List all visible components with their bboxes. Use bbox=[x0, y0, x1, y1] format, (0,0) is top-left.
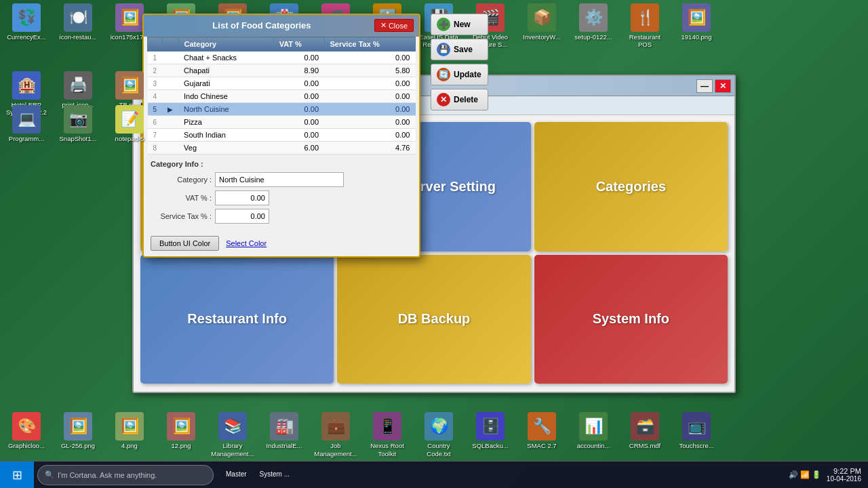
row-vat: 0.00 bbox=[273, 116, 324, 129]
update-label: Update bbox=[454, 70, 481, 79]
bottom-icon-touchscreen[interactable]: 📺 Touchscre... bbox=[673, 412, 719, 458]
row-vat: 0.00 bbox=[273, 52, 324, 64]
panel-new-button[interactable]: ➕ New bbox=[431, 14, 488, 35]
service-tax-form-row: Service Tax % : bbox=[151, 209, 412, 224]
dialog-button-row: Button UI Color Select Color bbox=[144, 232, 419, 256]
row-category: Indo Chinese bbox=[178, 90, 273, 103]
row-arrow bbox=[162, 116, 178, 129]
row-arrow bbox=[162, 77, 178, 90]
table-row[interactable]: 6 Pizza 0.00 0.00 bbox=[148, 116, 416, 129]
search-placeholder: I'm Cortana. Ask me anything. bbox=[58, 471, 157, 479]
table-row[interactable]: 2 Chapati 8.90 5.80 bbox=[148, 64, 416, 77]
row-service-tax: 0.00 bbox=[324, 116, 415, 129]
category-label: Category : bbox=[151, 176, 212, 184]
row-category: Veg bbox=[178, 142, 273, 155]
row-category: Chapati bbox=[178, 64, 273, 77]
panel-save-button[interactable]: 💾 Save bbox=[431, 39, 488, 60]
taskbar-search[interactable]: 🔍 I'm Cortana. Ask me anything. bbox=[37, 465, 214, 485]
new-icon: ➕ bbox=[437, 18, 450, 31]
table-row[interactable]: 5 ▶ North Cuisine 0.00 0.00 bbox=[148, 103, 416, 116]
top-icon-19140[interactable]: 🖼️ 19140.png bbox=[673, 3, 719, 49]
save-label: Save bbox=[454, 45, 473, 54]
bottom-icon-accounting[interactable]: 📊 accountin... bbox=[570, 412, 616, 458]
taskbar-items: MasterSystem ... bbox=[217, 464, 782, 487]
minimize-button[interactable]: — bbox=[696, 79, 713, 93]
button-ui-color-btn[interactable]: Button UI Color bbox=[151, 236, 219, 251]
row-category: Gujarati bbox=[178, 77, 273, 90]
icon-notepad[interactable]: 📝 notepad-5 bbox=[106, 105, 153, 142]
tile-categories[interactable]: Categories bbox=[534, 122, 728, 251]
table-row[interactable]: 7 South Indian 0.00 0.00 bbox=[148, 129, 416, 142]
tile-restaurant_info[interactable]: Restaurant Info bbox=[140, 255, 334, 384]
row-category: South Indian bbox=[178, 129, 273, 142]
bottom-icon-nexus[interactable]: 📱 Nexus Root Toolkit bbox=[364, 412, 410, 458]
col-num bbox=[148, 37, 163, 52]
category-input[interactable] bbox=[215, 172, 344, 187]
row-category: Chaat + Snacks bbox=[178, 52, 273, 64]
close-window-button[interactable]: ✕ bbox=[715, 79, 731, 93]
taskbar-item-master[interactable]: Master bbox=[220, 464, 252, 487]
service-tax-input[interactable] bbox=[215, 209, 269, 224]
bottom-icon-smac[interactable]: 🔧 SMAC 2.7 bbox=[519, 412, 565, 458]
row-service-tax: 0.00 bbox=[324, 103, 415, 116]
food-categories-table-container[interactable]: Category VAT % Service Tax % 1 Chaat + S… bbox=[147, 37, 416, 155]
tile-db_backup[interactable]: DB Backup bbox=[337, 255, 530, 384]
tile-system_info[interactable]: System Info bbox=[534, 255, 728, 384]
row-num: 8 bbox=[148, 142, 163, 155]
bottom-icon-library[interactable]: 📚 Library Management... bbox=[210, 412, 256, 458]
top-icon-restaurantpos[interactable]: 🍴 Restaurant POS bbox=[622, 3, 668, 49]
bottom-icon-job[interactable]: 💼 Job Management... bbox=[313, 412, 359, 458]
row-service-tax: 5.80 bbox=[324, 64, 415, 77]
top-icon-inventory[interactable]: 📦 InventoryW... bbox=[519, 3, 565, 49]
table-row[interactable]: 8 Veg 6.00 4.76 bbox=[148, 142, 416, 155]
panel-update-button[interactable]: 🔄 Update bbox=[431, 64, 488, 85]
table-row[interactable]: 1 Chaat + Snacks 0.00 0.00 bbox=[148, 52, 416, 64]
tray-icons: 🔊 📶 🔋 bbox=[789, 470, 821, 479]
select-color-btn[interactable]: Select Color bbox=[226, 239, 267, 247]
dialog-close-button[interactable]: ✕ Close bbox=[374, 19, 414, 32]
vat-input[interactable] bbox=[215, 190, 269, 205]
row-vat: 6.00 bbox=[273, 142, 324, 155]
bottom-icon-sqlbackup[interactable]: 🗄️ SQLBacku... bbox=[467, 412, 513, 458]
bottom-icon-country[interactable]: 🌍 Country Code.txt bbox=[416, 412, 462, 458]
bottom-icon-graphic[interactable]: 🎨 Graphicloo... bbox=[3, 412, 50, 458]
icon-programm[interactable]: 💻 Programm... bbox=[3, 105, 50, 142]
panel-delete-button[interactable]: ✕ Delete bbox=[431, 89, 488, 110]
table-row[interactable]: 4 Indo Chinese 0.00 0.00 bbox=[148, 90, 416, 103]
top-icon-icon-rest[interactable]: 🍽️ icon-restau... bbox=[55, 3, 101, 49]
bottom-icon-4png[interactable]: 🖼️ 4.png bbox=[106, 412, 153, 458]
row-vat: 0.00 bbox=[273, 103, 324, 116]
row-arrow bbox=[162, 129, 178, 142]
bottom-icon-row: 🎨 Graphicloo... 🖼️ GL-256.png 🖼️ 4.png 🖼… bbox=[3, 412, 719, 458]
table-row[interactable]: 3 Gujarati 0.00 0.00 bbox=[148, 77, 416, 90]
icon-snapshot[interactable]: 📷 SnapShot1... bbox=[55, 105, 101, 142]
taskbar-item-system-...[interactable]: System ... bbox=[254, 464, 295, 487]
row-category: North Cuisine bbox=[178, 103, 273, 116]
desktop: 💱 CurrencyEx... 🍽️ icon-restau... 🖼️ ico… bbox=[0, 0, 868, 488]
col-vat: VAT % bbox=[273, 37, 324, 52]
start-button[interactable]: ⊞ bbox=[0, 462, 34, 488]
row-service-tax: 0.00 bbox=[324, 90, 415, 103]
row-service-tax: 4.76 bbox=[324, 142, 415, 155]
top-icon-currency[interactable]: 💱 CurrencyEx... bbox=[3, 3, 50, 49]
row-vat: 8.90 bbox=[273, 64, 324, 77]
row-vat: 0.00 bbox=[273, 77, 324, 90]
dialog-header: List of Food Categories ✕ Close bbox=[144, 15, 419, 37]
row-vat: 0.00 bbox=[273, 90, 324, 103]
top-icon-setup[interactable]: ⚙️ setup-0122... bbox=[570, 3, 616, 49]
bottom-icon-crms[interactable]: 🗃️ CRMS.mdf bbox=[622, 412, 668, 458]
row-arrow bbox=[162, 64, 178, 77]
window-controls: — ✕ bbox=[696, 79, 731, 93]
bottom-icon-12png[interactable]: 🖼️ 12.png bbox=[158, 412, 204, 458]
row-num: 1 bbox=[148, 52, 163, 64]
new-label: New bbox=[454, 20, 471, 29]
vat-label: VAT % : bbox=[151, 194, 212, 202]
row-arrow bbox=[162, 52, 178, 64]
bottom-icon-industrial[interactable]: 🏭 IndustrialE... bbox=[261, 412, 307, 458]
bottom-icon-gl256[interactable]: 🖼️ GL-256.png bbox=[55, 412, 101, 458]
col-arrow bbox=[162, 37, 178, 52]
col-service-tax: Service Tax % bbox=[324, 37, 415, 52]
dialog-title: List of Food Categories bbox=[149, 20, 374, 30]
row-arrow bbox=[162, 142, 178, 155]
food-categories-table: Category VAT % Service Tax % 1 Chaat + S… bbox=[147, 37, 416, 155]
